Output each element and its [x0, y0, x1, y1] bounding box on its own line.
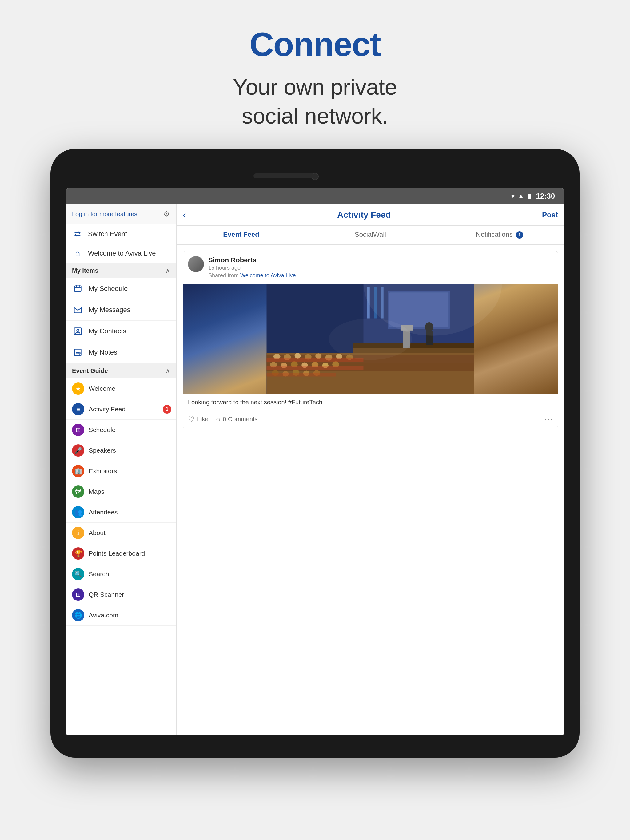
avatar [188, 256, 204, 272]
maps-icon: 🗺 [72, 485, 84, 498]
post-time: 15 hours ago [208, 265, 553, 271]
post-actions: ♡ Like ○ 0 Comments ⋯ [183, 410, 558, 428]
tab-social-wall[interactable]: SocialWall [306, 226, 435, 245]
my-messages-icon [72, 304, 84, 316]
sidebar-item-speakers[interactable]: 🎤 Speakers [66, 440, 176, 461]
speakers-icon: 🎤 [72, 444, 84, 456]
my-schedule-icon [72, 283, 84, 295]
feed-content: Simon Roberts 15 hours ago Shared from W… [177, 245, 564, 736]
tab-social-wall-label: SocialWall [355, 231, 386, 238]
status-bar: ▾ ▲ ▮ 12:30 [66, 188, 564, 204]
svg-point-6 [77, 329, 79, 332]
more-options-button[interactable]: ⋯ [544, 414, 553, 424]
search-label: Search [89, 570, 109, 578]
tab-notifications-label: Notifications [476, 231, 513, 238]
my-contacts-label: My Contacts [89, 327, 126, 335]
event-guide-section-header[interactable]: Event Guide ∧ [66, 363, 176, 379]
signal-icon: ▲ [518, 192, 524, 200]
my-schedule-label: My Schedule [89, 285, 128, 293]
tablet-speaker [253, 174, 315, 178]
comment-icon: ○ [216, 415, 220, 424]
comments-button[interactable]: ○ 0 Comments [216, 415, 258, 424]
my-items-section-header[interactable]: My Items ∧ [66, 263, 176, 278]
schedule-icon: ⊞ [72, 424, 84, 436]
svg-rect-49 [267, 366, 364, 369]
about-icon: ℹ [72, 527, 84, 539]
qr-scanner-label: QR Scanner [89, 591, 124, 598]
sidebar-item-maps[interactable]: 🗺 Maps [66, 482, 176, 502]
shared-link[interactable]: Welcome to Aviva Live [240, 272, 296, 279]
switch-event-icon: ⇄ [72, 229, 83, 238]
post-meta: Simon Roberts 15 hours ago Shared from W… [208, 256, 553, 279]
sidebar-item-exhibitors[interactable]: 🏢 Exhibitors [66, 461, 176, 482]
svg-rect-0 [75, 286, 81, 292]
activity-feed-icon: ≡ [72, 403, 84, 415]
aviva-label: Aviva.com [89, 611, 118, 619]
sidebar-nav-welcome[interactable]: ⌂ Welcome to Aviva Live [66, 243, 176, 263]
post-button[interactable]: Post [542, 211, 558, 219]
attendees-label: Attendees [89, 508, 118, 516]
my-items-chevron: ∧ [166, 267, 170, 274]
app-header: ‹ Activity Feed Post [177, 204, 564, 226]
svg-point-31 [315, 354, 321, 359]
sidebar-item-my-notes[interactable]: My Notes [66, 342, 176, 363]
sidebar-login-bar[interactable]: Log in for more features! ⚙ [66, 204, 176, 224]
points-icon: 🏆 [72, 547, 84, 560]
sidebar-item-my-contacts[interactable]: My Contacts [66, 321, 176, 342]
post-header: Simon Roberts 15 hours ago Shared from W… [183, 251, 558, 284]
welcome-event-icon: ★ [72, 382, 84, 395]
my-notes-label: My Notes [89, 348, 117, 356]
tablet-top-bezel [66, 167, 564, 186]
svg-point-29 [295, 353, 301, 358]
shared-prefix: Shared from [208, 272, 239, 279]
sidebar-item-welcome[interactable]: ★ Welcome [66, 379, 176, 399]
sidebar-item-qr-scanner[interactable]: ⊞ QR Scanner [66, 584, 176, 605]
activity-feed-badge: 1 [163, 405, 171, 414]
sidebar-item-search[interactable]: 🔍 Search [66, 564, 176, 584]
qr-scanner-icon: ⊞ [72, 589, 84, 601]
sidebar-login-text: Log in for more features! [72, 211, 139, 218]
main-content: ‹ Activity Feed Post Event Feed SocialWa… [177, 204, 564, 736]
points-label: Points Leaderboard [89, 550, 145, 557]
activity-feed-header-title: Activity Feed [337, 210, 391, 220]
battery-icon: ▮ [527, 192, 531, 200]
sidebar-item-points[interactable]: 🏆 Points Leaderboard [66, 543, 176, 564]
my-contacts-icon [72, 325, 84, 337]
like-icon: ♡ [188, 415, 195, 424]
event-guide-chevron: ∧ [166, 367, 170, 374]
sidebar-item-schedule[interactable]: ⊞ Schedule [66, 420, 176, 440]
exhibitors-icon: 🏢 [72, 465, 84, 477]
sidebar-item-my-schedule[interactable]: My Schedule [66, 278, 176, 300]
sidebar-item-activity-feed[interactable]: ≡ Activity Feed 1 [66, 399, 176, 420]
home-icon: ⌂ [72, 248, 83, 258]
speakers-label: Speakers [89, 447, 116, 454]
status-icons: ▾ ▲ ▮ [511, 192, 531, 200]
app-content: Log in for more features! ⚙ ⇄ Switch Eve… [66, 204, 564, 736]
my-messages-label: My Messages [89, 306, 130, 314]
about-label: About [89, 529, 106, 537]
tablet-screen: ▾ ▲ ▮ 12:30 Log in for more features! ⚙ … [66, 188, 564, 736]
tab-event-feed[interactable]: Event Feed [177, 226, 306, 245]
svg-rect-50 [267, 373, 336, 377]
activity-feed-label: Activity Feed [89, 406, 125, 413]
tabs-bar: Event Feed SocialWall Notifications 1 [177, 226, 564, 245]
my-items-title: My Items [72, 267, 98, 274]
sidebar-nav-switch-event[interactable]: ⇄ Switch Event [66, 224, 176, 243]
gear-icon[interactable]: ⚙ [163, 210, 170, 218]
notifications-badge: 1 [516, 231, 523, 238]
back-button[interactable]: ‹ [183, 209, 186, 221]
like-button[interactable]: ♡ Like [188, 415, 209, 424]
sidebar-item-attendees[interactable]: 👥 Attendees [66, 502, 176, 523]
schedule-label: Schedule [89, 426, 116, 434]
tab-notifications[interactable]: Notifications 1 [435, 226, 564, 245]
switch-event-label: Switch Event [88, 230, 127, 238]
sidebar-item-aviva[interactable]: 🌐 Aviva.com [66, 605, 176, 626]
my-notes-icon [72, 346, 84, 358]
maps-label: Maps [89, 488, 104, 495]
sidebar-item-my-messages[interactable]: My Messages [66, 300, 176, 321]
sidebar-item-about[interactable]: ℹ About [66, 523, 176, 543]
event-guide-title: Event Guide [72, 368, 108, 374]
svg-point-52 [329, 319, 412, 360]
post-image-svg [183, 284, 558, 395]
tablet-frame: ▾ ▲ ▮ 12:30 Log in for more features! ⚙ … [51, 149, 579, 758]
